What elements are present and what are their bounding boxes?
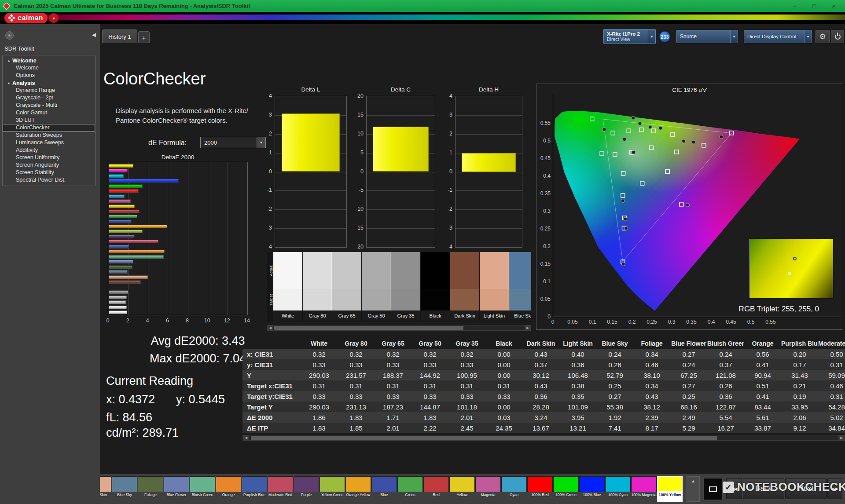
sidebar-item-spectral-power-dist[interactable]: Spectral Power Dist. xyxy=(3,176,95,184)
de-formula-select[interactable]: 2000 ▼ xyxy=(200,137,266,148)
de-formula-label: dE Formula: xyxy=(148,139,187,147)
sidebar-title: SDR Toolkit xyxy=(4,45,34,52)
patch-magenta[interactable]: Magenta xyxy=(475,476,501,502)
next-button[interactable]: Next xyxy=(785,478,827,499)
sidebar-menu-button[interactable] xyxy=(5,31,14,40)
patch-100-yellow[interactable]: 100% Yellow xyxy=(657,476,683,502)
table-scrollbar[interactable]: ◀ ▶ xyxy=(242,435,845,441)
sidebar-item-3d-lut[interactable]: 3D LUT xyxy=(3,117,95,124)
meter-select[interactable]: X-Rite i1Pro 2 Direct View ▼ xyxy=(603,29,656,44)
sidebar-item-color-gamut[interactable]: Color Gamut xyxy=(3,109,95,117)
swatch-target xyxy=(509,289,531,310)
patch-light-skin[interactable]: Light Skin xyxy=(100,476,111,502)
deltae-bar-100-green xyxy=(109,184,143,188)
sidebar-item-luminance-sweeps[interactable]: Luminance Sweeps xyxy=(3,139,95,146)
pattern-window-button[interactable] xyxy=(703,478,723,500)
measured-marker xyxy=(623,138,626,141)
cell: 0.31 xyxy=(818,361,845,369)
patch-bluish-green[interactable]: Bluish Green xyxy=(190,476,215,502)
settings-button[interactable]: ⚙ xyxy=(816,30,830,43)
sidebar-item-colorchecker[interactable]: ColorChecker xyxy=(3,124,95,131)
patch-blue-flower[interactable]: Blue Flower xyxy=(164,476,189,502)
maximize-button[interactable]: □ xyxy=(805,0,824,12)
patch-orange[interactable]: Orange xyxy=(216,476,241,502)
axis-tick-label: -3 xyxy=(441,224,452,231)
cell: 1.83 xyxy=(301,424,338,432)
cell: 5.29 xyxy=(670,424,707,432)
minimize-button[interactable]: – xyxy=(785,0,805,12)
cell: 38.12 xyxy=(633,403,670,411)
display-control-select[interactable]: Direct Display Control ▼ xyxy=(744,30,812,43)
cell: 0.33 xyxy=(338,361,375,369)
collapse-sidebar-icon[interactable]: ◀ xyxy=(92,32,96,38)
measured-marker xyxy=(692,140,695,144)
tab-history-1[interactable]: History 1 xyxy=(102,29,137,43)
scrollbar-thumb[interactable] xyxy=(274,326,463,330)
tree-group-analysis[interactable]: ▴Analysis xyxy=(3,79,95,87)
axis-tick-label: 6 xyxy=(162,318,173,324)
expand-patch-list-button[interactable]: ▲ xyxy=(687,476,700,502)
patch-100-red[interactable]: 100% Red xyxy=(527,476,553,502)
patch-foliage[interactable]: Foliage xyxy=(138,476,163,502)
sidebar-item-additivity[interactable]: Additivity xyxy=(3,146,95,154)
scroll-right-icon[interactable]: ▶ xyxy=(525,325,531,330)
sidebar-item-dynamic-range[interactable]: Dynamic Range xyxy=(3,87,95,94)
deltae-bar-green xyxy=(109,215,137,218)
sidebar-item-screen-stability[interactable]: Screen Stability xyxy=(3,169,95,176)
source-select[interactable]: Source ▼ xyxy=(676,30,738,43)
patch-100-blue[interactable]: 100% Blue xyxy=(579,476,605,502)
skip-forward-button[interactable]: ▶▶ xyxy=(827,478,842,499)
sidebar-item-screen-angularity[interactable]: Screen Angularity xyxy=(3,161,95,169)
patch-blue-sky[interactable]: Blue Sky xyxy=(112,476,137,502)
sidebar-item-welcome[interactable]: Welcome xyxy=(3,64,95,72)
sidebar-item-grayscale-multi[interactable]: Grayscale - Multi xyxy=(3,102,95,109)
cell: 0.33 xyxy=(448,393,485,400)
patch-yellow-green[interactable]: Yellow Green xyxy=(320,476,345,502)
patch-color xyxy=(100,476,111,492)
cell: 0.00 xyxy=(485,403,522,411)
skip-back-button[interactable]: ◀◀ xyxy=(726,478,742,499)
page-description-line1: Display analysis is performed with the X… xyxy=(116,107,248,114)
col-header-blue-sky: Blue Sky xyxy=(596,340,633,347)
patch-color xyxy=(527,476,553,492)
deltae-bar-gray-50 xyxy=(109,296,127,299)
tree-group-welcome[interactable]: ▴Welcome xyxy=(3,57,95,64)
sidebar-item-saturation-sweeps[interactable]: Saturation Sweeps xyxy=(3,131,95,139)
add-tab-button[interactable]: + xyxy=(138,31,150,43)
swatch-strip-scrollbar[interactable]: ◀ ▶ xyxy=(267,325,531,331)
swatch-actual xyxy=(273,252,302,289)
patch-purple[interactable]: Purple xyxy=(294,476,319,502)
sidebar-item-screen-uniformity[interactable]: Screen Uniformity xyxy=(3,154,95,161)
deltae-bar-dark-skin xyxy=(109,280,141,284)
sidebar-item-options[interactable]: Options xyxy=(3,72,95,79)
patch-moderate-red[interactable]: Moderate Red xyxy=(268,476,293,502)
close-button[interactable]: × xyxy=(824,0,843,12)
gridline xyxy=(456,190,522,191)
session-power-button[interactable] xyxy=(831,30,844,43)
table-row: Target y:CIE310.330.330.330.330.330.330.… xyxy=(242,391,845,402)
scroll-left-icon[interactable]: ◀ xyxy=(243,435,249,440)
scroll-left-icon[interactable]: ◀ xyxy=(267,325,273,330)
delta-c-title: Delta C xyxy=(366,86,435,93)
patch-purplish-blue[interactable]: Purplish Blue xyxy=(242,476,267,502)
patch-red[interactable]: Red xyxy=(423,476,449,502)
patch-label: Blue Flower xyxy=(164,492,189,502)
scrollbar-thumb[interactable] xyxy=(251,436,717,440)
patch-100-cyan[interactable]: 100% Cyan xyxy=(605,476,631,502)
col-header-purplish-blue: Purplish Blue xyxy=(781,340,818,347)
patch-blue[interactable]: Blue xyxy=(371,476,397,502)
back-button[interactable]: Back xyxy=(743,478,784,499)
patch-100-green[interactable]: 100% Green xyxy=(553,476,579,502)
patch-orange-yellow[interactable]: Orange Yellow xyxy=(345,476,371,502)
sidebar-item-grayscale-2pt[interactable]: Grayscale - 2pt xyxy=(3,94,95,102)
patch-cyan[interactable]: Cyan xyxy=(501,476,527,502)
logo-menu-button[interactable]: ▾ xyxy=(49,13,59,23)
calman-logo[interactable]: calman ▾ xyxy=(4,13,59,23)
deltae-bar-bluish-green xyxy=(109,255,164,259)
patch-yellow[interactable]: Yellow xyxy=(449,476,475,502)
scroll-right-icon[interactable]: ▶ xyxy=(838,435,845,440)
delta-h-chart: Delta H 43210-1-2-3-4 xyxy=(442,86,522,251)
cell: 0.36 xyxy=(707,393,744,400)
patch-100-magenta[interactable]: 100% Magenta xyxy=(631,476,657,502)
patch-green[interactable]: Green xyxy=(397,476,423,502)
